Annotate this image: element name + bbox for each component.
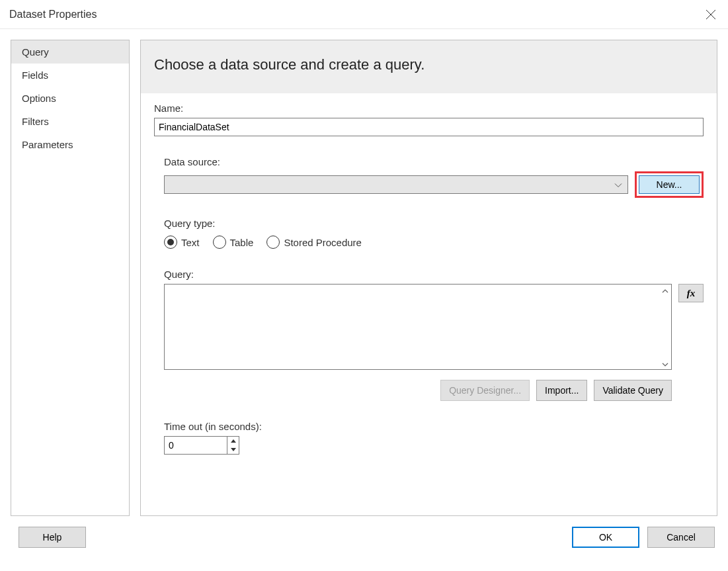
- radio-label: Table: [230, 237, 254, 248]
- name-input[interactable]: [154, 118, 704, 136]
- timeout-stepper: [164, 436, 239, 455]
- scroll-up-icon[interactable]: [661, 286, 670, 296]
- sidebar-item-query[interactable]: Query: [11, 40, 129, 64]
- query-designer-button[interactable]: Query Designer...: [440, 380, 530, 401]
- scroll-down-icon[interactable]: [661, 360, 670, 369]
- radio-table[interactable]: Table: [213, 236, 254, 249]
- spinner-up[interactable]: [227, 437, 239, 445]
- datasource-dropdown[interactable]: [164, 175, 628, 194]
- fx-button[interactable]: fx: [678, 284, 704, 302]
- new-button-highlight: New...: [635, 171, 704, 198]
- close-icon: [706, 9, 716, 20]
- svg-marker-2: [231, 439, 236, 443]
- radio-icon: [213, 236, 226, 249]
- dialog-body: Query Fields Options Filters Parameters …: [0, 29, 728, 527]
- import-button[interactable]: Import...: [536, 380, 587, 401]
- sidebar-item-parameters[interactable]: Parameters: [11, 133, 129, 156]
- main-panel: Choose a data source and create a query.…: [140, 40, 717, 516]
- ok-button[interactable]: OK: [572, 527, 639, 548]
- sidebar-item-filters[interactable]: Filters: [11, 110, 129, 133]
- main-content: Name: Data source: New...: [141, 93, 717, 515]
- page-header: Choose a data source and create a query.: [141, 40, 717, 93]
- datasource-label: Data source:: [164, 156, 704, 167]
- dialog-title: Dataset Properties: [9, 9, 97, 21]
- spinner-down[interactable]: [227, 445, 239, 454]
- radio-label: Text: [181, 237, 200, 248]
- query-textarea[interactable]: [164, 284, 672, 370]
- radio-label: Stored Procedure: [284, 237, 362, 248]
- radio-stored-procedure[interactable]: Stored Procedure: [266, 236, 362, 249]
- querytype-label: Query type:: [164, 218, 704, 229]
- name-label: Name:: [154, 103, 704, 114]
- radio-icon: [266, 236, 280, 249]
- radio-icon: [164, 236, 177, 249]
- titlebar: Dataset Properties: [0, 0, 728, 29]
- sidebar-item-fields[interactable]: Fields: [11, 64, 129, 87]
- timeout-input[interactable]: [165, 437, 227, 454]
- query-label: Query:: [164, 269, 704, 280]
- cancel-button[interactable]: Cancel: [647, 527, 715, 548]
- dialog-footer: Help OK Cancel: [0, 527, 728, 558]
- chevron-down-icon: [614, 180, 622, 190]
- close-button[interactable]: [703, 7, 719, 22]
- new-button[interactable]: New...: [639, 175, 700, 194]
- sidebar: Query Fields Options Filters Parameters: [11, 40, 130, 516]
- help-button[interactable]: Help: [19, 527, 86, 548]
- validate-query-button[interactable]: Validate Query: [594, 380, 672, 401]
- radio-text[interactable]: Text: [164, 236, 200, 249]
- sidebar-item-options[interactable]: Options: [11, 87, 129, 110]
- timeout-label: Time out (in seconds):: [164, 421, 704, 432]
- svg-marker-3: [231, 448, 236, 451]
